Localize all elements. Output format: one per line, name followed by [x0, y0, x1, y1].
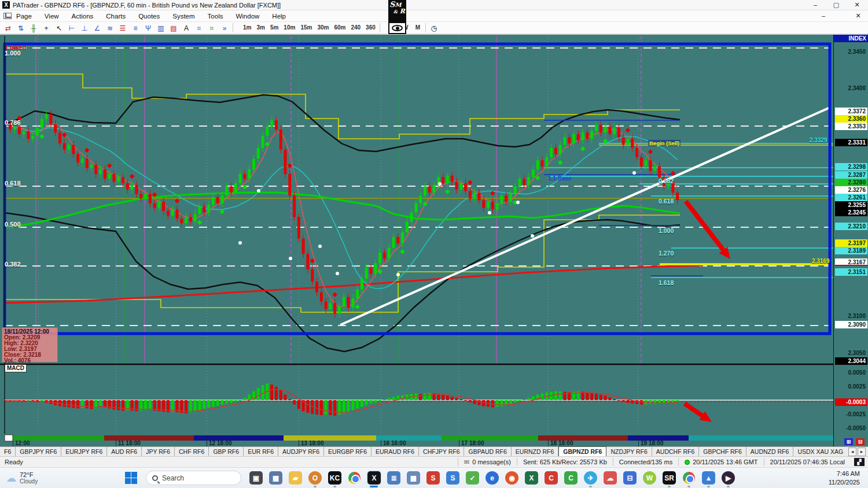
taskbar-photos-icon[interactable]: ▲ [702, 471, 715, 485]
tab-gbpaud-rf6[interactable]: GBPAUD RF6 [464, 447, 511, 456]
timeframe-5m[interactable]: 5m [269, 23, 280, 32]
menu-quotes[interactable]: Quotes [138, 13, 160, 20]
taskbar-excel-icon[interactable]: X [525, 471, 538, 485]
tab-eurjpy-rf6[interactable]: EURJPY RF6 [61, 447, 107, 456]
menu-actions[interactable]: Actions [72, 13, 94, 20]
tab-aud-rf6[interactable]: AUD RF6 [107, 447, 142, 456]
menu-tools[interactable]: Tools [208, 13, 223, 20]
andrews-pitchfork-icon[interactable]: Ψ [142, 23, 154, 33]
taskbar-outlook-icon[interactable]: O [308, 471, 322, 485]
taskbar-media-player-icon[interactable]: ▶ [722, 471, 735, 485]
tab-euraud-rf6[interactable]: EURAUD RF6 [372, 447, 419, 456]
bands-icon[interactable]: ▥ [155, 23, 167, 33]
tab-eurgbp-rf6[interactable]: EURGBP RF6 [324, 447, 372, 456]
levels-icon[interactable]: ▤ [168, 23, 179, 33]
timeframe-30m[interactable]: 30m [315, 23, 330, 32]
taskbar-flame-app-icon[interactable]: ◉ [505, 471, 518, 485]
trendline-icon[interactable]: ∠ [91, 23, 103, 33]
zoom-out-button[interactable]: ⊟ [856, 438, 865, 445]
taskbar-clock[interactable]: 7:46 AM 11/20/2025 [829, 469, 868, 486]
taskbar-camtasia-icon[interactable]: C [564, 471, 578, 485]
taskbar-s-red-app-icon[interactable]: S [426, 471, 440, 485]
taskbar-telegram-icon[interactable]: ✈ [584, 471, 597, 485]
taskbar-notes-icon[interactable]: ≣ [387, 471, 400, 485]
taskbar-patrader-icon[interactable]: X [367, 471, 381, 485]
taskbar-edge-icon[interactable]: e [486, 471, 499, 485]
tab-gbpchf-rf6[interactable]: GBPCHF RF6 [699, 447, 746, 456]
tab-eur-rf6[interactable]: EUR RF6 [244, 447, 278, 456]
period-m[interactable]: M [413, 23, 423, 32]
eye-icon[interactable] [388, 22, 406, 34]
timeframe-15m[interactable]: 15m [299, 23, 314, 32]
tab-prev-icon[interactable]: ◂ [848, 448, 856, 456]
text-tool-icon[interactable]: A [181, 23, 192, 33]
clock-icon[interactable]: ◷ [428, 23, 440, 33]
menu-help[interactable]: Help [272, 13, 286, 20]
taskbar-chrome-2-icon[interactable] [682, 471, 696, 485]
more-tools-icon[interactable]: » [219, 23, 230, 33]
tab-chfjpy-rf6[interactable]: CHFJPY RF6 [419, 447, 464, 456]
page-link-icon[interactable]: ⇅ [15, 23, 27, 33]
taskbar-eb-blue-app-icon[interactable]: ⊟ [623, 471, 637, 485]
timeframe-1m[interactable]: 1m [241, 23, 253, 32]
timeframe-10m[interactable]: 10m [282, 23, 297, 32]
minimize-button[interactable]: – [811, 1, 819, 9]
taskbar-chrome-icon[interactable] [348, 471, 361, 485]
windows-start-icon[interactable] [125, 472, 138, 485]
taskbar-cloud-red-app-icon[interactable]: ☁ [604, 471, 617, 485]
taskbar-display-settings-icon[interactable]: ▩ [407, 471, 420, 485]
taskbar-file-explorer-icon[interactable]: ▰ [289, 471, 302, 485]
tab-chf-rf6[interactable]: CHF RF6 [175, 447, 209, 456]
tab-gbpnzd-rf6[interactable]: GBPNZD RF6 [558, 446, 606, 456]
tab-f6[interactable]: F6 [0, 447, 16, 456]
tab-eurnzd-rf6[interactable]: EURNZD RF6 [512, 447, 559, 456]
search-input[interactable]: Search [146, 471, 241, 485]
timeframe-240[interactable]: 240 [349, 23, 362, 32]
menu-system[interactable]: System [172, 13, 194, 20]
taskbar-desktop-widgets-icon[interactable]: ▣ [249, 471, 263, 485]
vertical-line-icon[interactable]: ⊥ [79, 23, 90, 33]
timeframe-3m[interactable]: 3m [255, 23, 266, 32]
mdi-minimize-button[interactable]: – [819, 12, 827, 20]
linked-charts-icon[interactable]: ⇄ [2, 23, 14, 33]
maximize-button[interactable]: ▢ [832, 1, 840, 9]
tab-next-icon[interactable]: ▸ [858, 448, 866, 456]
fib-retracement-icon[interactable]: ☰ [117, 23, 128, 33]
tab-usdx-xau-xag[interactable]: USDX XAU XAG [793, 447, 846, 456]
grid-green-icon[interactable]: ⌗ [206, 23, 218, 33]
grid-icon[interactable]: ⌗ [193, 23, 205, 33]
tab-audnzd-rf6[interactable]: AUDNZD RF6 [746, 447, 794, 456]
close-button[interactable]: ✕ [853, 1, 861, 9]
taskbar-webull-icon[interactable]: W [643, 471, 656, 485]
tab-gbpjpy-rf6[interactable]: GBPJPY RF6 [16, 447, 61, 456]
tab-nzdjpy-rf6[interactable]: NZDJPY RF6 [606, 447, 652, 456]
tab-audchf-rf6[interactable]: AUDCHF RF6 [652, 447, 700, 456]
tab-gbp-rf6[interactable]: GBP RF6 [209, 447, 244, 456]
price-axis[interactable]: INDEX 2.34502.34002.33722.33602.33532.33… [833, 35, 868, 446]
timeframe-360[interactable]: 360 [364, 23, 377, 32]
tab-jpy-rf6[interactable]: JPY RF6 [142, 447, 175, 456]
taskbar-kc-app-icon[interactable]: KC [328, 471, 341, 485]
taskbar-calculator-icon[interactable]: ▦ [269, 471, 282, 485]
pointer-icon[interactable]: ↖ [53, 23, 65, 33]
menu-view[interactable]: View [45, 13, 59, 20]
main-chart-canvas[interactable] [0, 0, 868, 488]
timeframe-60m[interactable]: 60m [332, 23, 347, 32]
taskbar-smr-app-icon[interactable]: SR [663, 471, 676, 485]
toolbar: ⇄⇅╫+↖⊢⊥∠≋☰≡Ψ▥▤A⌗⌗» 1m3m5m10m15m30m60m240… [0, 22, 868, 35]
fib-extension-icon[interactable]: ≡ [130, 23, 141, 33]
weather-widget[interactable]: ☁ 72°F Cloudy [0, 471, 98, 485]
menu-charts[interactable]: Charts [106, 13, 126, 20]
zoom-in-button[interactable]: ⊞ [844, 438, 853, 445]
taskbar-check-green-app-icon[interactable]: ✓ [466, 471, 479, 485]
horizontal-line-icon[interactable]: ⊢ [66, 23, 78, 33]
tab-audjpy-rf6[interactable]: AUDJPY RF6 [278, 447, 324, 456]
taskbar-s-blue-app-icon[interactable]: S [446, 471, 459, 485]
taskbar-c-red-app-icon[interactable]: C [545, 471, 558, 485]
bar-chart-icon[interactable]: ╫ [28, 23, 39, 33]
mdi-close-button[interactable]: ✕ [854, 12, 862, 20]
crosshair-icon[interactable]: + [41, 23, 52, 33]
menu-window[interactable]: Window [236, 13, 259, 20]
menu-page[interactable]: Page [16, 13, 32, 20]
channel-icon[interactable]: ≋ [104, 23, 116, 33]
